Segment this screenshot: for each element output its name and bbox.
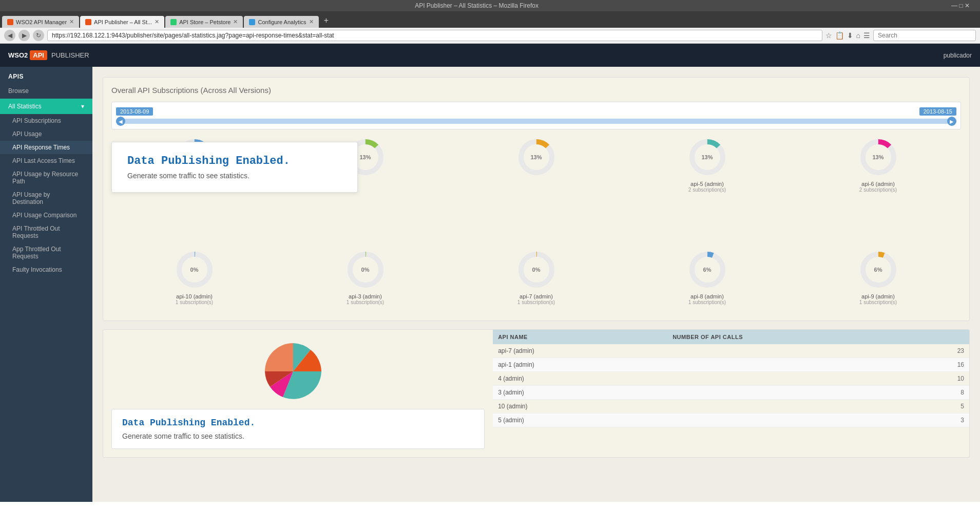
sidebar-apis-title: APIs bbox=[0, 67, 92, 83]
date-start-label: 2013-08-09 bbox=[116, 107, 153, 116]
sidebar-sub-api-usage-destination[interactable]: API Usage by Destination bbox=[0, 188, 92, 209]
tab-close-wso2[interactable]: ✕ bbox=[69, 18, 74, 25]
sidebar-sub-api-last-access[interactable]: API Last Access Times bbox=[0, 154, 92, 167]
app-logo: WSO2 API PUBLISHER bbox=[8, 50, 89, 60]
donut-item-6: 0% api-10 (admin) 1 subscription(s) bbox=[111, 249, 277, 305]
donut-sub-4: 2 subscription(s) bbox=[688, 187, 726, 193]
home-icon[interactable]: ⌂ bbox=[856, 31, 860, 40]
chevron-down-icon: ▾ bbox=[81, 103, 84, 110]
slider-track[interactable]: ◀ ▶ bbox=[116, 119, 956, 124]
browser-search-input[interactable] bbox=[873, 30, 976, 41]
back-button[interactable]: ◀ bbox=[4, 30, 15, 41]
tab-close-petstore[interactable]: ✕ bbox=[233, 18, 238, 25]
bookmark-icon[interactable]: ☆ bbox=[825, 31, 832, 40]
overlay-title-1: Data Publishing Enabled. bbox=[127, 155, 342, 167]
app-body: APIs Browse All Statistics ▾ API Subscri… bbox=[0, 67, 980, 502]
tab-label-wso2: WSO2 API Manager bbox=[16, 19, 67, 25]
section-subscriptions: Overall API Subscriptions (Across All Ve… bbox=[103, 77, 970, 321]
pie-chart bbox=[247, 338, 350, 405]
donut-item-8: 0% api-7 (admin) 1 subscription(s) bbox=[453, 249, 619, 305]
browser-title: API Publisher – All Statistics – Mozilla… bbox=[415, 2, 539, 9]
slider-right-arrow[interactable]: ▶ bbox=[947, 117, 956, 126]
menu-icon[interactable]: ☰ bbox=[863, 31, 870, 40]
bookmark-list-icon[interactable]: 📋 bbox=[835, 31, 844, 40]
slider-fill bbox=[125, 119, 947, 124]
tab-close-analytics[interactable]: ✕ bbox=[309, 18, 314, 25]
donut-percent-8: 0% bbox=[532, 267, 541, 273]
logo-wso2: WSO2 bbox=[8, 51, 28, 59]
slider-left-arrow[interactable]: ◀ bbox=[116, 117, 125, 126]
table-row: api-7 (admin)23 bbox=[493, 344, 969, 358]
donut-sub-9: 1 subscription(s) bbox=[688, 299, 726, 305]
donut-item-5: 13% api-6 (admin) 2 subscription(s) bbox=[795, 137, 961, 193]
table-cell-name: 10 (admin) bbox=[493, 400, 667, 414]
donut-name-4: api-5 (admin) bbox=[690, 181, 724, 187]
sidebar-sub-api-subscriptions[interactable]: API Subscriptions bbox=[0, 114, 92, 127]
donut-item-7: 0% api-3 (admin) 1 subscription(s) bbox=[282, 249, 448, 305]
download-icon[interactable]: ⬇ bbox=[847, 31, 853, 40]
sidebar-sub-api-response-times[interactable]: API Response Times bbox=[0, 141, 92, 154]
donut-chart-9: 6% bbox=[687, 249, 728, 290]
donut-item-4: 13% api-5 (admin) 2 subscription(s) bbox=[624, 137, 790, 193]
forward-button[interactable]: ▶ bbox=[18, 30, 30, 41]
donut-item-10: 6% api-9 (admin) 1 subscription(s) bbox=[795, 249, 961, 305]
section-subscriptions-title: Overall API Subscriptions (Across All Ve… bbox=[111, 86, 961, 95]
sidebar-sub-api-usage-comparison[interactable]: API Usage Comparison bbox=[0, 209, 92, 222]
tab-wso2[interactable]: WSO2 API Manager ✕ bbox=[2, 16, 79, 28]
donut-name-9: api-8 (admin) bbox=[690, 293, 724, 299]
table-row: 10 (admin)5 bbox=[493, 400, 969, 414]
tab-label-analytics: Configure Analytics bbox=[258, 19, 306, 25]
sidebar-sub-api-usage-resource[interactable]: API Usage by Resource Path bbox=[0, 167, 92, 188]
donut-name-5: api-6 (admin) bbox=[861, 181, 895, 187]
table-cell-calls: 10 bbox=[667, 372, 969, 386]
sidebar-all-statistics-label: All Statistics bbox=[8, 103, 42, 110]
logo-publisher: PUBLISHER bbox=[51, 51, 89, 59]
donut-chart-5: 13% bbox=[858, 137, 899, 178]
donut-percent-3: 13% bbox=[530, 154, 542, 160]
tab-icon-petstore bbox=[170, 19, 177, 25]
data-publishing-overlay-2: Data Publishing Enabled. Generate some t… bbox=[111, 409, 485, 449]
sidebar-sub-faulty[interactable]: Faulty Invocations bbox=[0, 263, 92, 276]
sidebar-item-browse[interactable]: Browse bbox=[0, 83, 92, 99]
sidebar-sub-app-throttled[interactable]: App Throttled Out Requests bbox=[0, 242, 92, 263]
tab-label-publisher: API Publisher – All St... bbox=[94, 19, 152, 25]
table-cell-name: api-7 (admin) bbox=[493, 344, 667, 358]
tab-analytics[interactable]: Configure Analytics ✕ bbox=[244, 16, 318, 28]
donut-percent-2: 13% bbox=[359, 154, 371, 160]
donut-chart-4: 13% bbox=[687, 137, 728, 178]
table-section: API NAME NUMBER OF API CALLS api-7 (admi… bbox=[493, 330, 969, 457]
donut-chart-10: 6% bbox=[858, 249, 899, 290]
sidebar-sub-api-usage[interactable]: API Usage bbox=[0, 127, 92, 141]
donut-percent-7: 0% bbox=[361, 267, 370, 273]
table-row: 5 (admin)3 bbox=[493, 414, 969, 427]
url-bar[interactable] bbox=[47, 30, 822, 41]
donut-chart-3: 13% bbox=[516, 137, 557, 178]
tab-icon-wso2 bbox=[7, 19, 13, 25]
table-cell-name: 4 (admin) bbox=[493, 372, 667, 386]
tab-icon-analytics bbox=[249, 19, 255, 25]
new-tab-button[interactable]: + bbox=[320, 13, 333, 28]
sidebar-sub-api-throttled[interactable]: API Throttled Out Requests bbox=[0, 222, 92, 242]
reload-button[interactable]: ↻ bbox=[33, 30, 44, 41]
donut-grid-row2: 0% api-10 (admin) 1 subscription(s) bbox=[111, 249, 961, 305]
donut-chart-6: 0% bbox=[174, 249, 215, 290]
donut-percent-6: 0% bbox=[190, 267, 199, 273]
table-cell-calls: 23 bbox=[667, 344, 969, 358]
table-col-api-name: API NAME bbox=[493, 330, 667, 344]
table-row: api-1 (admin)16 bbox=[493, 358, 969, 372]
sidebar-item-all-statistics[interactable]: All Statistics ▾ bbox=[0, 99, 92, 114]
table-row: 3 (admin)8 bbox=[493, 386, 969, 400]
table-cell-name: api-1 (admin) bbox=[493, 358, 667, 372]
tab-close-publisher[interactable]: ✕ bbox=[155, 18, 159, 25]
tab-publisher[interactable]: API Publisher – All St... ✕ bbox=[80, 16, 164, 28]
donut-percent-5: 13% bbox=[872, 154, 883, 160]
data-publishing-overlay-1: Data Publishing Enabled. Generate some t… bbox=[111, 142, 358, 193]
date-slider-container: 2013-08-09 2013-08-15 ◀ ▶ bbox=[111, 102, 961, 129]
donut-sub-8: 1 subscription(s) bbox=[517, 299, 555, 305]
overlay-subtitle-2: Generate some traffic to see statistics. bbox=[122, 432, 474, 440]
table-row: 4 (admin)10 bbox=[493, 372, 969, 386]
donut-name-7: api-3 (admin) bbox=[349, 293, 382, 299]
tab-petstore[interactable]: API Store – Petstore ✕ bbox=[165, 16, 243, 28]
donut-percent-9: 6% bbox=[703, 267, 712, 273]
donut-name-8: api-7 (admin) bbox=[520, 293, 553, 299]
